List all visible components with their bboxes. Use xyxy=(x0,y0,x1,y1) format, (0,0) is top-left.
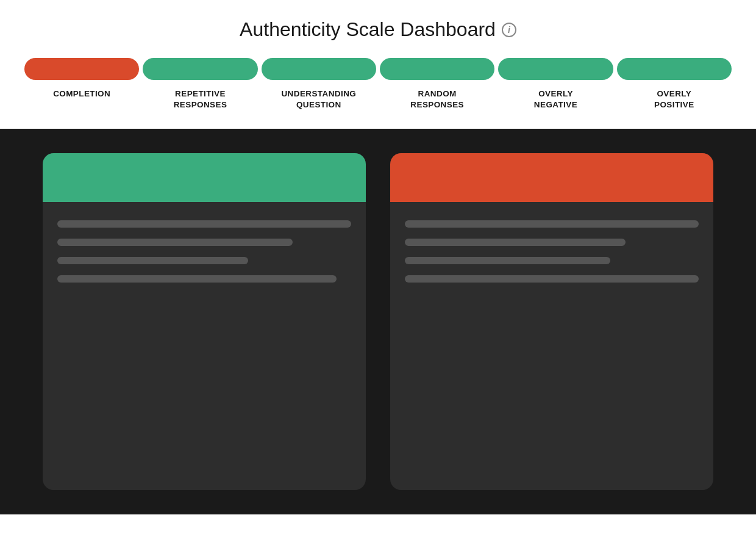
label-completion: COMPLETION xyxy=(24,88,139,110)
scale-segment-overly-positive xyxy=(617,58,732,80)
bottom-section xyxy=(0,129,756,514)
skeleton-line xyxy=(405,275,699,283)
card-red-header xyxy=(390,153,713,202)
info-icon[interactable]: i xyxy=(502,23,516,37)
page-title: Authenticity Scale Dashboard xyxy=(240,18,496,41)
skeleton-line xyxy=(57,275,337,283)
label-random: RANDOMRESPONSES xyxy=(380,88,494,110)
scale-labels: COMPLETION REPETITIVERESPONSES UNDERSTAN… xyxy=(12,88,744,110)
card-red xyxy=(390,153,713,490)
skeleton-line xyxy=(405,220,699,228)
card-red-body xyxy=(390,202,713,301)
title-row: Authenticity Scale Dashboard i xyxy=(12,18,744,41)
scale-segment-random xyxy=(380,58,494,80)
label-overly-negative: OVERLYNEGATIVE xyxy=(498,88,613,110)
skeleton-line xyxy=(57,220,351,228)
card-green-body xyxy=(43,202,366,301)
scale-segment-completion xyxy=(24,58,139,80)
skeleton-line xyxy=(405,239,626,246)
label-understanding: UNDERSTANDINGQUESTION xyxy=(262,88,376,110)
card-green-header xyxy=(43,153,366,202)
scale-segment-understanding xyxy=(262,58,376,80)
scale-segment-overly-negative xyxy=(498,58,613,80)
skeleton-line xyxy=(405,257,610,264)
skeleton-line xyxy=(57,239,293,246)
scale-bar xyxy=(12,58,744,80)
scale-segment-repetitive xyxy=(143,58,257,80)
skeleton-line xyxy=(57,257,248,264)
card-green xyxy=(43,153,366,490)
label-overly-positive: OVERLYPOSITIVE xyxy=(617,88,732,110)
label-repetitive: REPETITIVERESPONSES xyxy=(143,88,257,110)
top-section: Authenticity Scale Dashboard i COMPLETIO… xyxy=(0,0,756,129)
